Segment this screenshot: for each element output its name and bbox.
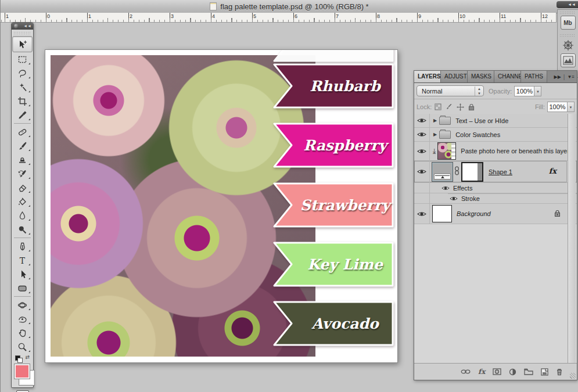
tab-masks[interactable]: MASKS [468,71,494,82]
tool-lasso[interactable] [13,66,32,80]
lock-position-icon[interactable] [457,103,464,111]
stroke-visibility-toggle[interactable] [450,196,458,202]
visibility-toggle[interactable] [414,204,430,224]
tool-rounded-rectangle[interactable] [13,281,32,295]
title-bar[interactable]: flag palette template.psd @ 100% (RGB/8)… [1,0,578,13]
ship-wheel-icon [562,39,574,51]
effects-label[interactable]: Effects [453,185,472,192]
vector-mask-thumbnail[interactable] [461,162,483,182]
layer-name[interactable]: Paste photo here or beneath this layer [461,148,569,154]
dock-grip[interactable] [560,34,576,37]
tool-zoom[interactable] [13,340,32,354]
dock-body: Mb [557,9,578,78]
blend-mode-dropdown[interactable]: Normal ▲▼ [417,85,484,96]
tool-pen[interactable] [13,239,32,253]
new-group-button[interactable] [524,368,533,375]
tool-clone-stamp[interactable] [13,153,32,167]
tool-3d-orbit[interactable] [13,312,32,326]
new-adjustment-layer-button[interactable] [509,368,516,376]
tool-move[interactable] [12,36,33,52]
lock-all-icon[interactable] [468,103,475,111]
bandage-icon [17,127,27,137]
collapse-arrows-icon[interactable]: ◄◄ [23,23,31,30]
tool-palette-grip[interactable] [14,31,31,35]
layer-row-stroke[interactable]: Stroke [414,193,577,204]
tool-type[interactable]: T [13,253,32,267]
ruler-label: 6 [295,13,297,19]
tool-path-selection[interactable] [13,267,32,281]
horizontal-ruler[interactable]: 10123456789101112 [1,13,557,23]
tool-eyedropper[interactable] [13,108,32,122]
tool-magic-wand[interactable] [13,80,32,94]
visibility-toggle[interactable] [414,161,430,182]
layer-row-effects[interactable]: Effects [414,183,577,193]
layer-row-shape1[interactable]: Shape 1 fx ▲ [414,161,577,183]
tool-marquee[interactable] [13,52,32,66]
window-title: flag palette template.psd @ 100% (RGB/8)… [220,2,368,11]
visibility-toggle[interactable] [414,142,430,160]
delete-layer-button[interactable] [556,368,563,376]
expand-triangle-icon[interactable]: ▶ [433,132,437,137]
flag-label: Key Lime [296,242,394,287]
lock-transparency-icon[interactable] [435,103,441,110]
document-canvas[interactable]: RhubarbRaspberryStrawberryKey LimeAvocad… [45,49,398,363]
add-layer-style-button[interactable]: fx [478,368,485,376]
kuler-wheel-icon[interactable] [561,38,576,52]
tab-channe[interactable]: CHANNE [494,71,521,82]
layer-thumbnail[interactable] [437,142,456,160]
opacity-dropdown-icon[interactable]: ▼ [534,86,541,96]
tab-layers[interactable]: LAYERS [414,71,441,82]
tool-3d-rotate[interactable] [13,298,32,312]
tool-healing-brush[interactable] [13,125,32,139]
layer-style-badge[interactable]: fx [549,167,557,175]
fill-layer-thumbnail[interactable] [432,163,453,181]
layer-name[interactable]: Shape 1 [489,168,512,175]
panel-resize-grip[interactable] [570,373,576,379]
swap-colors-icon[interactable]: ⇄ [25,354,30,360]
layer-row-text-group[interactable]: ▶ Text – Use or HIde [414,114,577,128]
mini-bridge-icon[interactable]: Mb [561,16,576,30]
fill-input[interactable]: 100% [547,102,568,112]
tab-adjustm[interactable]: ADJUSTM [441,71,468,82]
effects-visibility-toggle[interactable] [441,185,450,191]
layer-name[interactable]: Color Swatches [455,131,500,138]
panel-menu-icon[interactable]: ▼≡ [567,74,575,80]
link-layers-button[interactable] [461,369,471,375]
stroke-label[interactable]: Stroke [461,195,480,202]
histogram-icon[interactable] [561,53,576,67]
tool-eraser[interactable] [13,181,32,195]
dock-collapse-button[interactable]: ◄◄ [557,1,578,8]
flag-banner-raspberry: Raspberry [273,123,394,168]
add-layer-mask-button[interactable] [493,368,501,375]
opacity-input[interactable]: 100% [514,86,534,96]
tool-hand[interactable] [13,326,32,340]
tool-palette-header[interactable]: ◄◄ [12,23,33,30]
foreground-color-swatch[interactable] [15,364,30,379]
visibility-toggle[interactable] [414,114,430,127]
dock-grip[interactable] [560,12,576,15]
layers-scrollbar[interactable] [568,114,576,364]
layer-row-background[interactable]: Background [414,204,577,224]
water-drop-icon [17,211,27,221]
tool-blur[interactable] [13,208,32,222]
tool-paint-bucket[interactable] [13,195,32,208]
hand-tool-icon [17,328,27,338]
panel-tab-bar: LAYERSADJUSTMMASKSCHANNEPATHS▶▶|▼≡ [414,71,577,83]
layer-name[interactable]: Text – Use or HIde [455,117,508,124]
visibility-toggle[interactable] [414,128,430,141]
default-colors-control[interactable]: ⇄ [14,355,31,362]
new-layer-button[interactable] [541,368,548,376]
fill-dropdown-icon[interactable]: ▼ [568,102,575,112]
tool-brush[interactable] [13,139,32,153]
layer-name[interactable]: Background [457,210,491,217]
expand-triangle-icon[interactable]: ▶ [433,118,437,123]
layer-row-color-swatches-group[interactable]: ▶ Color Swatches [414,128,577,142]
tab-paths[interactable]: PATHS [521,71,547,82]
panel-more-icon[interactable]: ▶▶ [554,74,561,80]
layer-row-paste-photo[interactable]: ⤓ Paste photo here or beneath this layer [414,142,577,161]
tool-crop[interactable] [13,94,32,108]
lock-pixels-icon[interactable] [446,103,453,110]
tool-history-brush[interactable] [13,167,32,181]
tool-dodge[interactable] [13,222,32,236]
background-thumbnail[interactable] [432,205,452,222]
